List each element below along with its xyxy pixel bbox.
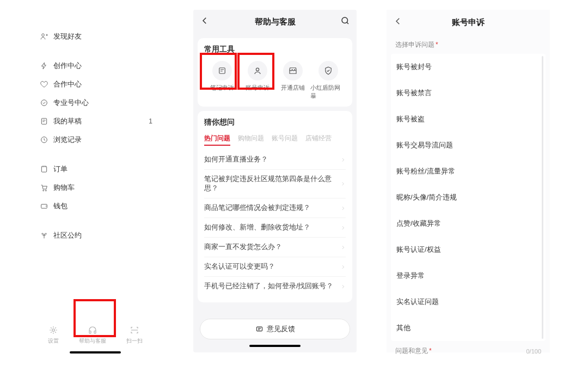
appeal-option[interactable]: 昵称/头像/简介违规	[391, 184, 546, 210]
menu-item-verified[interactable]: 专业号中心	[38, 94, 152, 112]
faq-text: 商品笔记哪些情况会被判定违规？	[204, 203, 310, 213]
svg-rect-14	[256, 327, 262, 331]
chevron-right-icon	[340, 157, 346, 163]
appeal-option[interactable]: 账号粉丝/流量异常	[391, 158, 546, 184]
store-icon	[283, 61, 303, 80]
back-button[interactable]	[200, 16, 210, 28]
menu-item-draft[interactable]: 我的草稿1	[38, 112, 152, 131]
tool-label: 开通店铺	[281, 84, 305, 92]
menu-label: 社区公约	[53, 231, 152, 240]
menu-label: 我的草稿	[53, 116, 149, 126]
appeal-option[interactable]: 账号被盗	[391, 106, 546, 132]
svg-rect-2	[41, 119, 46, 125]
appeal-option[interactable]: 账号认证/权益	[391, 237, 546, 263]
sprout-icon	[38, 231, 50, 240]
chevron-right-icon	[340, 225, 346, 231]
appeal-option[interactable]: 账号被禁言	[391, 80, 546, 106]
faq-item[interactable]: 如何开通直播业务？	[204, 150, 346, 169]
menu-label: 专业号中心	[53, 98, 152, 108]
tab-label: 帮助与客服	[79, 337, 106, 345]
person-icon	[248, 61, 267, 80]
menu-item-wallet[interactable]: 钱包	[38, 197, 152, 215]
comment-label: 问题和意见*	[395, 346, 432, 356]
menu-item-bolt[interactable]: 创作中心	[38, 57, 152, 75]
faq-text: 如何开通直播业务？	[204, 155, 268, 164]
user-plus-icon	[38, 32, 50, 41]
menu-item-user-plus[interactable]: 发现好友	[38, 27, 152, 46]
chevron-right-icon	[340, 206, 346, 211]
menu-item-orders[interactable]: 订单	[38, 160, 152, 178]
faq-title: 猜你想问	[204, 117, 346, 127]
tool-shield[interactable]: 小红盾防网暴	[310, 61, 346, 100]
faq-item[interactable]: 手机号已经注销了，如何登录/找回账号？	[204, 276, 346, 296]
tool-note[interactable]: 笔记申诉	[204, 61, 240, 100]
tool-store[interactable]: 开通店铺	[275, 61, 310, 100]
svg-point-13	[256, 68, 259, 71]
bottom-tab-headset[interactable]: 帮助与客服	[79, 325, 106, 345]
svg-rect-4	[41, 166, 46, 172]
menu-item-cart[interactable]: 购物车	[38, 178, 152, 197]
bottom-tab-scan[interactable]: 扫一扫	[126, 325, 143, 345]
menu-label: 订单	[53, 164, 152, 174]
screen-help-center: 帮助与客服 常用工具 笔记申诉账号申诉开通店铺小红盾防网暴 猜你想问 热门问题购…	[193, 10, 357, 352]
faq-item[interactable]: 商家一直不发货怎么办？	[204, 237, 346, 257]
faq-item[interactable]: 商品笔记哪些情况会被判定违规？	[204, 198, 346, 218]
tools-card: 常用工具 笔记申诉账号申诉开通店铺小红盾防网暴	[198, 38, 352, 107]
tool-label: 笔记申诉	[210, 84, 234, 92]
faq-tab[interactable]: 购物问题	[238, 134, 264, 146]
faq-item[interactable]: 实名认证可以变更吗？	[204, 257, 346, 276]
search-button[interactable]	[340, 16, 350, 28]
svg-point-5	[43, 190, 44, 191]
svg-rect-9	[89, 331, 91, 334]
faq-card: 猜你想问 热门问题购物问题账号问题店铺经营 如何开通直播业务？笔记被判定违反社区…	[198, 111, 352, 302]
faq-text: 手机号已经注销了，如何登录/找回账号？	[204, 282, 333, 291]
faq-tab[interactable]: 热门问题	[204, 134, 230, 146]
faq-text: 实名认证可以变更吗？	[204, 262, 275, 271]
tool-label: 账号申诉	[246, 84, 270, 92]
appeal-option[interactable]: 点赞/收藏异常	[391, 210, 546, 237]
menu-label: 购物车	[53, 183, 152, 193]
chevron-right-icon	[340, 245, 346, 250]
page-title: 账号申诉	[393, 17, 543, 28]
history-icon	[38, 135, 50, 144]
faq-tab[interactable]: 店铺经营	[305, 134, 332, 146]
char-counter: 0/100	[526, 348, 541, 355]
appeal-option[interactable]: 其他	[391, 315, 546, 341]
svg-rect-12	[219, 68, 225, 74]
menu-label: 发现好友	[53, 32, 152, 41]
appeal-option[interactable]: 实名认证问题	[391, 289, 546, 315]
feedback-label: 意见反馈	[267, 324, 295, 334]
screen-account-appeal: 账号申诉 选择申诉问题* 账号被封号账号被禁言账号被盗账号交易导流问题账号粉丝/…	[387, 10, 550, 352]
feedback-button[interactable]: 意见反馈	[200, 319, 350, 339]
tab-label: 设置	[48, 337, 59, 345]
draft-icon	[38, 117, 50, 126]
chevron-right-icon	[340, 284, 346, 289]
select-question-label: 选择申诉问题*	[387, 35, 550, 52]
appeal-option[interactable]: 登录异常	[391, 263, 546, 289]
svg-point-8	[52, 329, 55, 332]
menu-label: 合作中心	[53, 79, 152, 89]
menu-item-history[interactable]: 浏览记录	[38, 131, 152, 149]
home-indicator	[249, 345, 301, 347]
orders-icon	[38, 165, 50, 173]
menu-label: 创作中心	[53, 61, 152, 71]
bolt-icon	[38, 61, 50, 70]
menu-label: 浏览记录	[53, 135, 152, 145]
bottom-tab-gear[interactable]: 设置	[48, 325, 59, 345]
shield-icon	[318, 61, 338, 80]
heart-icon	[38, 80, 50, 89]
svg-point-0	[42, 34, 45, 36]
faq-item[interactable]: 如何修改、新增、删除收货地址？	[204, 218, 346, 237]
menu-item-heart[interactable]: 合作中心	[38, 75, 152, 94]
tool-label: 小红盾防网暴	[310, 84, 346, 100]
appeal-option[interactable]: 账号交易导流问题	[391, 132, 546, 158]
menu-item-sprout[interactable]: 社区公约	[38, 226, 152, 245]
menu-badge: 1	[149, 117, 152, 125]
faq-item[interactable]: 笔记被判定违反社区规范第四条是什么意思？	[204, 169, 346, 198]
appeal-option[interactable]: 账号被封号	[391, 54, 546, 80]
faq-tab[interactable]: 账号问题	[272, 134, 298, 146]
menu-label: 钱包	[53, 201, 152, 211]
chevron-right-icon	[340, 181, 346, 187]
verified-icon	[38, 98, 50, 107]
tool-person[interactable]: 账号申诉	[240, 61, 275, 100]
